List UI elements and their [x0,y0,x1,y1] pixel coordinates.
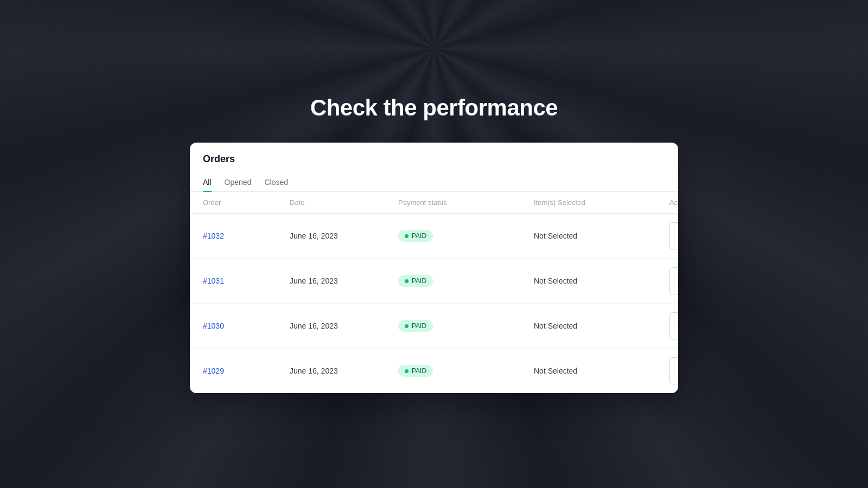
date-cell-1030: June 16, 2023 [290,322,398,330]
select-now-button-1029[interactable]: Select Now [669,357,678,384]
items-cell-1031: Not Selected [534,277,669,285]
tab-all[interactable]: All [203,174,212,192]
table-row: #1032 June 16, 2023 PAID Not Selected Se… [190,214,678,259]
paid-badge-1032: PAID [398,230,433,242]
order-link-1030[interactable]: #1030 [203,322,224,330]
paid-badge-1029: PAID [398,365,433,377]
action-cell-1032: Select Now [669,222,678,249]
badge-label-1029: PAID [412,367,426,375]
order-link-1029[interactable]: #1029 [203,367,224,375]
table-row: #1030 June 16, 2023 PAID Not Selected Se… [190,304,678,349]
badge-dot-icon [405,324,409,328]
items-cell-1029: Not Selected [534,367,669,375]
badge-dot-icon [405,234,409,238]
select-now-button-1031[interactable]: Select Now [669,267,678,294]
orders-header: Orders All Opened Closed [190,143,678,192]
table-row: #1031 June 16, 2023 PAID Not Selected Se… [190,259,678,304]
badge-dot-icon [405,279,409,283]
date-cell-1032: June 16, 2023 [290,232,398,240]
items-cell-1030: Not Selected [534,322,669,330]
col-header-items-selected: Item(s) Selected [534,198,669,207]
orders-table: Order Date Payment status Item(s) Select… [190,192,678,393]
col-header-payment-status: Payment status [398,198,534,207]
payment-status-cell-1029: PAID [398,365,534,377]
badge-label-1030: PAID [412,322,426,330]
table-header-row: Order Date Payment status Item(s) Select… [190,192,678,214]
order-id-cell: #1031 [203,276,290,286]
tab-closed[interactable]: Closed [264,174,288,192]
order-id-cell: #1030 [203,321,290,331]
payment-status-cell-1030: PAID [398,320,534,332]
order-id-cell: #1029 [203,366,290,376]
order-link-1032[interactable]: #1032 [203,232,224,240]
orders-card: Orders All Opened Closed Order Date Paym… [190,143,678,393]
paid-badge-1031: PAID [398,275,433,287]
select-now-button-1032[interactable]: Select Now [669,222,678,249]
order-id-cell: #1032 [203,231,290,241]
badge-label-1032: PAID [412,232,426,240]
col-header-action: Action [669,198,678,207]
payment-status-cell-1031: PAID [398,275,534,287]
col-header-date: Date [290,198,398,207]
date-cell-1031: June 16, 2023 [290,277,398,285]
order-link-1031[interactable]: #1031 [203,277,224,285]
items-cell-1032: Not Selected [534,232,669,240]
orders-card-title: Orders [203,153,665,165]
payment-status-cell-1032: PAID [398,230,534,242]
select-now-button-1030[interactable]: Select Now [669,312,678,339]
orders-tabs: All Opened Closed [203,174,665,191]
action-cell-1029: Select Now [669,357,678,384]
paid-badge-1030: PAID [398,320,433,332]
date-cell-1029: June 16, 2023 [290,367,398,375]
table-row: #1029 June 16, 2023 PAID Not Selected Se… [190,349,678,393]
badge-label-1031: PAID [412,277,426,285]
badge-dot-icon [405,369,409,373]
col-header-order: Order [203,198,290,207]
tab-opened[interactable]: Opened [225,174,252,192]
main-content: Check the performance Orders All Opened … [190,95,678,393]
page-title: Check the performance [310,95,558,121]
action-cell-1030: Select Now [669,312,678,339]
action-cell-1031: Select Now [669,267,678,294]
